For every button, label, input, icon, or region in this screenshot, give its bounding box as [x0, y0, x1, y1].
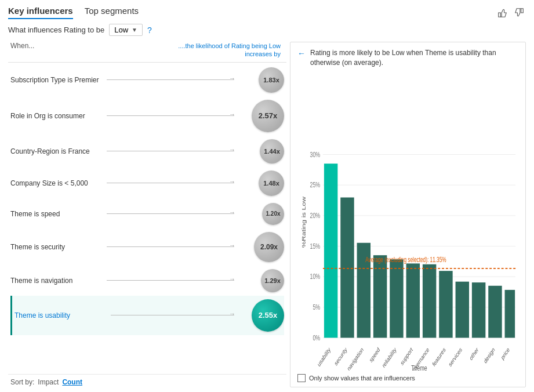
- svg-text:services: services: [448, 346, 463, 368]
- main-content: When... ....the likelihood of Rating bei…: [8, 42, 526, 387]
- svg-text:usability: usability: [317, 346, 332, 368]
- when-label: When...: [10, 42, 34, 59]
- tab-bar: Key influencers Top segments: [8, 6, 139, 19]
- connector-line: [107, 280, 234, 281]
- svg-text:20%: 20%: [310, 211, 320, 219]
- sort-row: Sort by: Impact Count: [8, 374, 286, 387]
- influencer-bubble: 1.83x: [259, 67, 284, 93]
- svg-text:speed: speed: [368, 346, 380, 364]
- svg-text:30%: 30%: [310, 150, 320, 158]
- right-panel-title: Rating is more likely to be Low when The…: [310, 48, 518, 68]
- bubble-value: 1.29x: [264, 277, 281, 284]
- influencer-item[interactable]: Role in Org is consumer 2.57x: [10, 96, 284, 136]
- bar-reliability: [390, 259, 403, 337]
- bar-features: [439, 271, 452, 337]
- connector-line: [107, 246, 234, 247]
- influencer-checkbox[interactable]: [297, 374, 306, 382]
- bar-governance: [423, 264, 436, 337]
- rating-dropdown[interactable]: Low ▼: [109, 24, 143, 36]
- influencer-item[interactable]: Theme is security 2.09x: [10, 228, 284, 266]
- influencer-label: Company Size is < 5,000: [10, 179, 103, 187]
- influencer-item[interactable]: Company Size is < 5,000 1.48x: [10, 167, 284, 199]
- bar-chart: %Rating is Low 0% 5% 10% 15% 20%: [297, 74, 518, 371]
- bar-speed: [373, 255, 387, 337]
- avg-line-label: Average (excluding selected): 11.35%: [365, 256, 446, 263]
- tab-top-segments[interactable]: Top segments: [85, 6, 139, 19]
- bar-services: [456, 281, 469, 337]
- influencer-item[interactable]: Theme is speed 1.20x: [10, 199, 284, 228]
- svg-text:design: design: [483, 346, 496, 365]
- influencer-label: Theme is speed: [10, 210, 103, 218]
- svg-text:navigation: navigation: [346, 346, 364, 371]
- chart-area: %Rating is Low 0% 5% 10% 15% 20%: [297, 74, 518, 382]
- chevron-down-icon: ▼: [132, 27, 137, 33]
- influencer-item[interactable]: Country-Region is France 1.44x: [10, 136, 284, 167]
- back-arrow-icon[interactable]: ←: [297, 49, 306, 58]
- chart-footer: Only show values that are influencers: [297, 374, 518, 382]
- connector-line: [107, 79, 234, 80]
- header: Key influencers Top segments: [8, 6, 526, 19]
- svg-text:25%: 25%: [310, 180, 320, 188]
- connector-line: [107, 151, 234, 151]
- connector-line: [107, 115, 234, 116]
- sort-count[interactable]: Count: [62, 378, 82, 386]
- bubble-value: 2.57x: [259, 111, 278, 120]
- svg-text:features: features: [431, 346, 446, 368]
- bubble-wrapper: 1.83x: [238, 67, 284, 93]
- bubble-value: 1.44x: [264, 148, 280, 155]
- bubble-value: 1.20x: [266, 210, 280, 217]
- influencer-bubble: 1.44x: [260, 139, 284, 164]
- svg-rect-0: [499, 13, 501, 17]
- svg-text:0%: 0%: [313, 333, 320, 342]
- bubble-wrapper: 2.09x: [238, 232, 284, 262]
- influencer-item[interactable]: Subscription Type is Premier 1.83x: [10, 64, 284, 96]
- sort-impact[interactable]: Impact: [38, 378, 59, 386]
- influencer-label: Subscription Type is Premier: [10, 76, 103, 84]
- influencer-bubble: 1.48x: [259, 170, 284, 196]
- bar-other: [472, 282, 485, 337]
- svg-text:Theme: Theme: [411, 364, 427, 371]
- svg-text:security: security: [333, 346, 348, 367]
- influencer-bubble: 2.55x: [252, 299, 284, 332]
- thumbs-down-icon[interactable]: [513, 6, 526, 19]
- influencer-label: Role in Org is consumer: [10, 112, 103, 120]
- tab-key-influencers[interactable]: Key influencers: [8, 6, 73, 19]
- influencer-label: Country-Region is France: [10, 147, 103, 155]
- left-header: When... ....the likelihood of Rating bei…: [8, 42, 286, 63]
- svg-text:reliability: reliability: [381, 346, 397, 369]
- bubble-wrapper: 1.29x: [238, 269, 284, 292]
- help-icon[interactable]: ?: [147, 26, 152, 35]
- subtitle-text: What influences Rating to be: [8, 26, 104, 34]
- svg-text:other: other: [468, 345, 479, 361]
- svg-text:10%: 10%: [310, 272, 320, 280]
- checkbox-label: Only show values that are influencers: [309, 375, 415, 382]
- svg-text:price: price: [500, 346, 510, 361]
- influencer-label: Theme is usability: [14, 311, 107, 320]
- bubble-value: 2.09x: [260, 243, 278, 251]
- dropdown-value: Low: [114, 26, 128, 34]
- influencer-bubble: 1.20x: [262, 203, 284, 225]
- influencer-bubble: 1.29x: [261, 269, 284, 292]
- bar-security: [340, 197, 354, 337]
- connector-line: [107, 183, 234, 183]
- subtitle-row: What influences Rating to be Low ▼ ?: [8, 24, 526, 36]
- likelihood-label: ....the likelihood of Rating being Low i…: [176, 42, 281, 59]
- bar-usability: [324, 164, 337, 337]
- bubble-wrapper: 2.57x: [238, 100, 284, 132]
- influencer-item[interactable]: Theme is navigation 1.29x: [10, 266, 284, 296]
- left-panel: When... ....the likelihood of Rating bei…: [8, 42, 286, 387]
- bubble-wrapper: 2.55x: [238, 299, 284, 332]
- bar-design: [488, 285, 502, 337]
- thumbs-up-icon[interactable]: [496, 6, 508, 19]
- influencer-label: Theme is security: [10, 243, 103, 251]
- bubble-wrapper: 1.20x: [238, 203, 284, 225]
- influencer-item[interactable]: Theme is usability 2.55x: [10, 296, 284, 335]
- influencer-label: Theme is navigation: [10, 277, 103, 285]
- bubble-value: 2.55x: [259, 311, 278, 320]
- bubble-value: 1.83x: [263, 77, 279, 84]
- influencer-bubble: 2.57x: [252, 100, 284, 132]
- header-icons: [496, 6, 526, 19]
- bar-price: [505, 290, 515, 338]
- bubble-wrapper: 1.44x: [238, 139, 284, 164]
- bubble-value: 1.48x: [263, 180, 279, 187]
